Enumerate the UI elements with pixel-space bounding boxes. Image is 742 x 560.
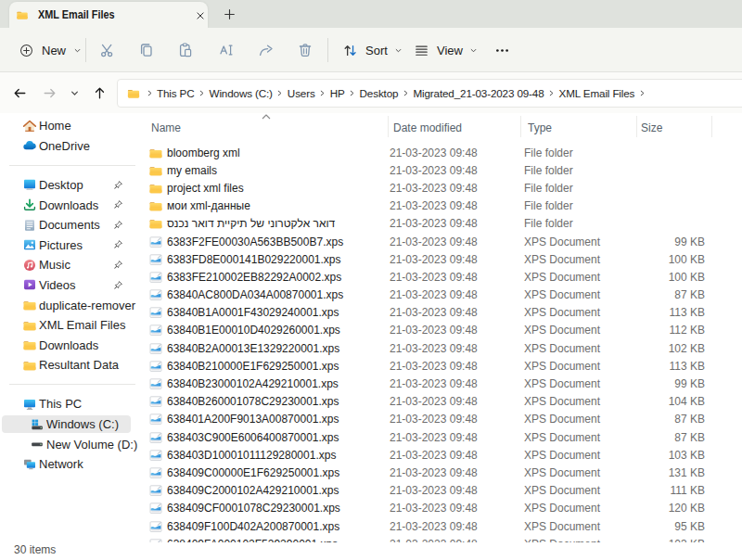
file-row[interactable]: 63840AC800DA034A00870001.xps21-03-2023 0… [139,286,742,304]
file-row[interactable]: 638401A200F9013A00870001.xps21-03-2023 0… [139,411,742,428]
breadcrumb-chevron-icon[interactable] [398,89,413,97]
column-divider[interactable] [388,116,389,137]
sidebar-item-downloads[interactable]: Downloads [0,195,139,215]
file-row[interactable]: bloomberg xml21-03-2023 09:48File folder [139,144,742,161]
file-row[interactable]: 638409F100D402A200870001.xps21-03-2023 0… [139,517,742,535]
xps-document-icon [148,430,163,445]
file-row[interactable]: 63840B1E00010D4029260001.xps21-03-2023 0… [139,322,742,339]
file-row[interactable]: 638409C2000102A429210001.xps21-03-2023 0… [139,482,742,500]
breadcrumb-item[interactable]: Windows (C:) [210,87,273,99]
file-size: 111 KB [635,484,705,497]
paste-button[interactable] [167,33,204,67]
toolbar-separator [85,38,86,62]
sidebar-item-videos[interactable]: Videos [0,275,139,296]
sidebar-item-label: Downloads [39,338,98,352]
address-bar[interactable]: This PCWindows (C:)UsersHPDesktopMigrate… [117,79,742,108]
file-row[interactable]: 63840B210000E1F629250001.xps21-03-2023 0… [139,357,742,375]
file-row[interactable]: 6383FE210002EB82292A0002.xps21-03-2023 0… [139,268,742,286]
command-bar: New Sort View [0,28,742,72]
column-header-type[interactable]: Type [528,121,552,134]
breadcrumb-chevron-icon[interactable] [345,89,360,97]
file-row[interactable]: 638403C900E6006400870001.xps21-03-2023 0… [139,428,742,446]
column-header-name[interactable]: Name [151,121,181,134]
view-button[interactable]: View [405,35,485,65]
new-tab-button[interactable] [220,5,238,23]
desktop-icon [22,177,37,192]
breadcrumb-chevron-icon[interactable] [195,89,210,97]
column-header-date-modified[interactable]: Date modified [393,121,462,134]
copy-button[interactable] [128,33,165,67]
column-divider[interactable] [711,116,712,137]
column-header-size[interactable]: Size [641,121,662,134]
file-row[interactable]: 63840B2A00013E1329220001.xps21-03-2023 0… [139,339,742,357]
file-row[interactable]: мои xml-данные21-03-2023 09:48File folde… [139,197,742,215]
sidebar-item-music[interactable]: Music [0,255,139,275]
column-divider[interactable] [636,116,637,137]
breadcrumb-chevron-icon[interactable] [315,89,330,97]
back-button[interactable] [9,83,30,102]
breadcrumb-item[interactable]: This PC [157,87,195,99]
new-button[interactable]: New [9,35,91,65]
cut-button[interactable] [89,33,126,67]
date-modified: 21-03-2023 09:48 [385,253,519,266]
file-row[interactable]: 638403D10001011129280001.xps21-03-2023 0… [139,446,742,464]
file-row[interactable]: 63840B23000102A429210001.xps21-03-2023 0… [139,375,742,392]
file-row[interactable]: 63840B1A0001F43029240001.xps21-03-2023 0… [139,304,742,322]
breadcrumb-item[interactable]: Desktop [360,87,399,99]
rename-button[interactable] [208,33,245,67]
tab-close-button[interactable] [191,6,209,24]
share-button[interactable] [248,33,285,67]
sidebar-item-windows-c[interactable]: Windows (C:) [0,414,139,435]
sidebar-item-pictures[interactable]: Pictures [0,235,139,255]
breadcrumb-item[interactable]: HP [330,87,345,99]
up-button[interactable] [89,83,109,102]
sidebar-item-this-pc[interactable]: This PC [0,394,139,414]
more-options-button[interactable] [483,33,520,67]
breadcrumb-item[interactable]: XML Email Files [559,87,635,99]
file-name: 63840AC800DA034A00870001.xps [167,288,343,301]
sidebar-item-new-volume-d[interactable]: New Volume (D:) [0,434,139,454]
file-row[interactable]: 638409C00000E1F629250001.xps21-03-2023 0… [139,464,742,481]
file-row[interactable]: my emails21-03-2023 09:48File folder [139,161,742,179]
chevron-right-icon [146,89,154,97]
sidebar-item-documents[interactable]: Documents [0,215,139,235]
file-row[interactable]: 63840B260001078C29230001.xps21-03-2023 0… [139,393,742,411]
sidebar-item-desktop[interactable]: Desktop [0,175,139,196]
toolbar-separator [327,38,328,62]
sidebar-item-network[interactable]: Network [0,454,139,475]
sidebar-item-xml-email-files[interactable]: XML Email Files [0,315,139,336]
file-row[interactable]: דואר אלקטרוני של תיקיית דואר נכנס21-03-2… [139,215,742,233]
sidebar-item-home[interactable]: Home [0,116,139,136]
sidebar-item-downloads[interactable]: Downloads [0,335,139,355]
forward-button[interactable] [39,83,59,102]
file-name-cell: 6383F2FE00030A563BB500B7.xps [139,235,385,249]
recent-locations-button[interactable] [64,83,84,102]
breadcrumb-item[interactable]: Users [288,87,315,99]
breadcrumb-chevron-icon[interactable] [273,89,288,97]
breadcrumb-chevron-icon[interactable] [142,89,157,97]
breadcrumb-item[interactable]: Migrated_21-03-2023 09-48 [413,87,544,99]
sidebar-item-duplicate-remover[interactable]: duplicate-remover [0,295,139,315]
file-type: XPS Document [519,431,635,444]
file-row[interactable]: 6383F2FE00030A563BB500B7.xps21-03-2023 0… [139,233,742,250]
file-row[interactable]: 6383FD8E000141B029220001.xps21-03-2023 0… [139,250,742,268]
file-row[interactable]: 638409CF0001078C29230001.xps21-03-2023 0… [139,500,742,517]
breadcrumb-chevron-icon[interactable] [634,89,649,97]
file-type: File folder [519,146,635,159]
delete-button[interactable] [287,33,324,67]
sidebar-item-resultant-data[interactable]: Resultant Data [0,355,139,375]
sidebar-item-onedrive[interactable]: OneDrive [0,136,139,157]
sort-button[interactable]: Sort [334,35,410,65]
column-divider[interactable] [520,116,521,137]
file-type: XPS Document [519,502,635,515]
file-size: 100 KB [635,271,705,284]
file-row[interactable]: project xml files21-03-2023 09:48File fo… [139,179,742,197]
sidebar-item-label: Network [39,457,83,471]
file-type: File folder [519,182,635,195]
file-row[interactable]: 638409FA000102F529290001.xps21-03-2023 0… [139,535,742,542]
tab-xml-email-files[interactable]: XML Email Files [9,2,208,28]
breadcrumb-chevron-icon[interactable] [544,89,559,97]
date-modified: 21-03-2023 09:48 [385,431,519,444]
file-size: 102 KB [635,342,705,355]
file-name-cell: 638401A200F9013A00870001.xps [139,412,385,426]
